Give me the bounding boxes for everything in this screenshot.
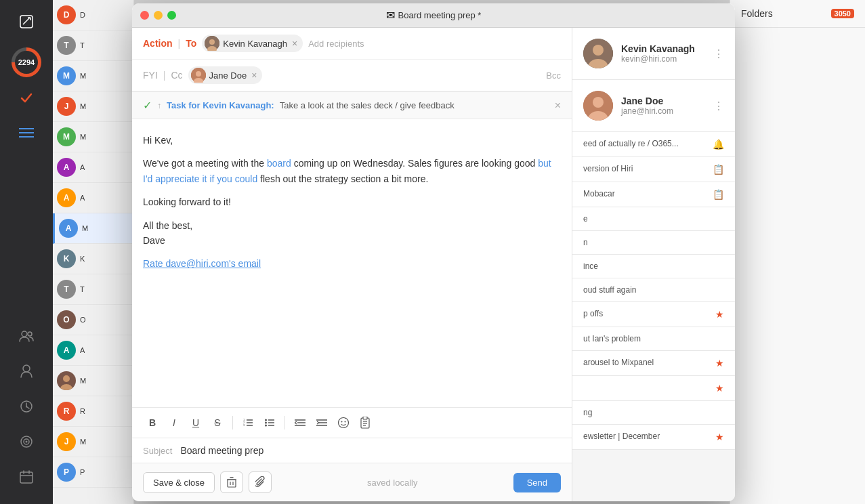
remove-jane-button[interactable]: × [251, 70, 257, 81]
list-item[interactable]: K K [53, 244, 133, 274]
compose-window: ✉ Board meeting prep * Action | To [132, 3, 735, 501]
list-item[interactable]: A A [53, 152, 133, 183]
inbox-badge[interactable]: 2294 [12, 47, 41, 77]
kevin-contact-avatar [583, 39, 613, 68]
compose-body: Action | To Kevin Kavanagh × [132, 28, 735, 501]
right-panel-item[interactable]: p offs ★ [572, 302, 735, 327]
people-icon[interactable] [12, 321, 41, 351]
kevin-menu-button[interactable]: ⋮ [713, 47, 724, 60]
compose-right-panel: Kevin Kavanagh kevin@hiri.com ⋮ Jane Doe… [572, 28, 735, 501]
jane-contact-name: Jane Doe [621, 96, 673, 106]
menu-icon[interactable] [12, 118, 41, 148]
email-body[interactable]: Hi Kev, We've got a meeting with the boa… [132, 119, 572, 407]
right-panel-item[interactable]: ng [572, 401, 735, 425]
remove-task-button[interactable]: × [555, 100, 561, 112]
svg-point-8 [28, 332, 32, 336]
remove-kevin-button[interactable]: × [292, 38, 297, 49]
underline-button[interactable]: U [186, 413, 205, 432]
toolbar-divider [232, 416, 233, 429]
delete-button[interactable] [220, 471, 243, 493]
italic-button[interactable]: I [165, 413, 184, 432]
svg-text:3: 3 [243, 423, 245, 427]
svg-rect-54 [228, 480, 236, 487]
send-button[interactable]: Send [513, 473, 561, 492]
target-icon[interactable] [12, 427, 41, 457]
check-icon[interactable] [12, 83, 41, 112]
star-icon2: ★ [715, 358, 724, 369]
list-item[interactable]: T T [53, 30, 133, 61]
calendar-icon[interactable] [12, 462, 41, 492]
jane-menu-button[interactable]: ⋮ [713, 100, 724, 112]
kevin-contact-card[interactable]: Kevin Kavanagh kevin@hiri.com ⋮ [572, 28, 735, 80]
subject-label: Subject [143, 446, 172, 456]
clipboard-button[interactable] [356, 413, 375, 432]
right-panel-item[interactable]: arousel to Mixpanel ★ [572, 351, 735, 376]
right-panel-item[interactable]: ut Ian's problem [572, 327, 735, 351]
compose-icon[interactable] [12, 7, 41, 37]
fyi-label: FYI [143, 70, 158, 81]
subject-value[interactable]: Board meeting prep [180, 445, 561, 456]
list-item[interactable]: J M [53, 91, 133, 122]
svg-point-63 [593, 97, 604, 108]
right-panel-item[interactable]: ince [572, 255, 735, 278]
indent-decrease-button[interactable] [291, 413, 310, 432]
bcc-button[interactable]: Bcc [546, 70, 561, 81]
svg-point-60 [593, 45, 604, 56]
kevin-chip[interactable]: Kevin Kavanagh × [202, 35, 303, 52]
list-item-active[interactable]: A M [53, 213, 133, 244]
list-item[interactable]: M M [53, 122, 133, 152]
right-panel-item[interactable]: eed of actually re / O365... 🔔 [572, 132, 735, 157]
svg-point-9 [23, 365, 30, 372]
jane-chip[interactable]: Jane Doe × [188, 66, 263, 84]
pipe-separator: | [178, 38, 181, 49]
svg-point-37 [265, 419, 267, 421]
task-for-label: Task for Kevin Kavanagh: [167, 100, 274, 110]
attach-button[interactable] [249, 471, 272, 493]
recipients-area: Action | To Kevin Kavanagh × [132, 28, 572, 92]
close-button[interactable] [140, 11, 149, 20]
avatar: T [57, 36, 76, 55]
list-item[interactable]: T T [53, 274, 133, 305]
list-item[interactable]: J M [53, 427, 133, 457]
avatar: P [57, 463, 76, 482]
clock-icon[interactable] [12, 392, 41, 421]
right-panel-item[interactable]: e [572, 207, 735, 231]
add-recipients-button[interactable]: Add recipients [308, 39, 364, 49]
list-item[interactable]: M M [53, 61, 133, 91]
rate-link[interactable]: Rate dave@hiri.com's email [143, 256, 561, 271]
right-panel-item[interactable]: version of Hiri 📋 [572, 157, 735, 182]
indent-increase-button[interactable] [312, 413, 331, 432]
unordered-list-button[interactable] [260, 413, 279, 432]
task-arrow-icon: ↑ [157, 101, 161, 110]
cc-label: Cc [171, 70, 182, 81]
list-item[interactable]: M [53, 366, 133, 396]
kevin-name: Kevin Kavanagh [223, 39, 287, 49]
right-panel-item[interactable]: ewsletter | December ★ [572, 425, 735, 450]
list-item[interactable]: P P [53, 457, 133, 488]
save-close-button[interactable]: Save & close [143, 472, 215, 493]
minimize-button[interactable] [154, 11, 163, 20]
body-sign-off: All the best, Dave [143, 218, 561, 249]
strikethrough-button[interactable]: S [208, 413, 227, 432]
list-item[interactable]: R R [53, 396, 133, 427]
right-panel-item[interactable]: ★ [572, 376, 735, 401]
list-item[interactable]: A A [53, 335, 133, 366]
fyi-cc-row: FYI | Cc Jane Doe × [132, 60, 572, 91]
list-item[interactable]: D D [53, 0, 133, 30]
emoji-button[interactable] [334, 413, 353, 432]
jane-contact-card[interactable]: Jane Doe jane@hiri.com ⋮ [572, 80, 735, 132]
person-icon[interactable] [12, 356, 41, 386]
right-panel-item[interactable]: Mobacar 📋 [572, 182, 735, 207]
maximize-button[interactable] [167, 11, 176, 20]
svg-point-48 [345, 421, 346, 423]
task-icon2: 📋 [713, 189, 724, 200]
bold-button[interactable]: B [143, 413, 162, 432]
right-panel-item[interactable]: oud stuff again [572, 278, 735, 302]
list-item[interactable]: O O [53, 305, 133, 335]
inbox-count: 2294 [15, 51, 38, 74]
right-panel-item[interactable]: n [572, 231, 735, 255]
folders-header: Folders 3050 [730, 0, 865, 28]
list-item[interactable]: A A [53, 183, 133, 213]
ordered-list-button[interactable]: 1 2 3 [238, 413, 257, 432]
avatar [57, 371, 76, 390]
